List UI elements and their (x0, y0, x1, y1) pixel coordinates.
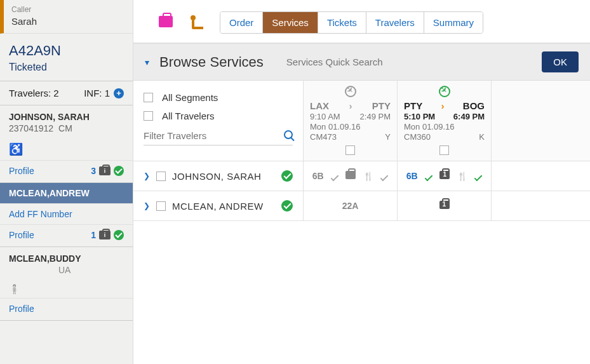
seat-label: 6B (406, 171, 418, 181)
caller-box: Caller Sarah (0, 0, 133, 34)
traveler-row-name: MCLEAN, ANDREW (172, 201, 264, 212)
plane-icon (404, 86, 485, 99)
check-icon (474, 172, 482, 181)
infant-count: INF: 1 (84, 88, 110, 98)
tab-summary[interactable]: Summary (424, 12, 483, 33)
check-icon (380, 172, 388, 181)
tab-services[interactable]: Services (263, 12, 318, 33)
all-travelers-label: All Travelers (162, 111, 215, 121)
pnr-code: A42A9N (9, 43, 124, 59)
browse-bar: ▾ Browse Services OK (133, 43, 590, 81)
all-travelers-checkbox[interactable] (144, 111, 153, 121)
bag-icon: i (99, 166, 111, 175)
bag-icon (345, 171, 356, 181)
bag-count: 1 (91, 230, 96, 240)
check-icon (331, 172, 339, 181)
meal-icon (363, 171, 373, 181)
sidebar-traveler: JOHNSON, SARAH 237041912 CM Profile 3 i (0, 105, 133, 183)
bag-icon (439, 201, 450, 211)
filters-column: All Segments All Travelers (133, 81, 304, 161)
seg-date: Mon 01.09.16 (310, 122, 391, 131)
seg-arr: 6:49 PM (453, 112, 485, 121)
seg-dep: 5:10 PM (404, 112, 435, 121)
tab-order[interactable]: Order (220, 12, 263, 33)
seat-icon[interactable] (191, 15, 202, 30)
bag-count: 3 (91, 166, 96, 176)
seg-from: PTY (404, 100, 422, 111)
status-ok-icon (114, 230, 124, 240)
segment-checkbox[interactable] (345, 145, 355, 155)
infant-icon (0, 280, 133, 298)
status-ok-icon (281, 200, 293, 212)
topbar: Order Services Tickets Travelers Summary (133, 0, 590, 43)
seg-arr: 2:49 PM (360, 112, 391, 121)
segment-header: LAX › PTY 9:10 AM 2:49 PM Mon 01.09.16 C… (304, 81, 398, 161)
status-ok-icon (114, 166, 124, 176)
status-ok-icon (281, 170, 293, 182)
tab-tickets[interactable]: Tickets (318, 12, 366, 33)
segment-cell: 6B (304, 161, 398, 191)
caller-name: Sarah (11, 16, 125, 27)
traveler-name-active[interactable]: MCLEAN,ANDREW (0, 183, 133, 203)
segment-cell: 6B (398, 161, 492, 191)
traveler-name[interactable]: JOHNSON, SARAH (0, 105, 133, 123)
traveler-ff-number: 237041912 (9, 123, 53, 133)
seg-from: LAX (310, 100, 329, 111)
traveler-row: ❯ JOHNSON, SARAH 6B 6B (133, 161, 590, 191)
seg-flight: CM360 (404, 132, 431, 142)
ok-button[interactable]: OK (542, 51, 579, 72)
baggage-icon[interactable] (159, 16, 173, 29)
seg-flight: CM473 (310, 132, 337, 142)
travelers-count-row: Travelers: 2 INF: 1 + (0, 81, 133, 105)
main-panel: Order Services Tickets Travelers Summary… (133, 0, 590, 364)
services-grid-header: All Segments All Travelers LAX › PTY (133, 81, 590, 161)
seg-to: PTY (372, 100, 391, 111)
collapse-toggle-icon[interactable]: ▾ (145, 57, 149, 67)
pnr-box: A42A9N Ticketed (0, 34, 133, 81)
segment-cell: 22A (304, 191, 398, 220)
traveler-checkbox[interactable] (156, 172, 166, 181)
seat-label: 22A (342, 201, 359, 211)
arrow-icon: › (441, 100, 445, 111)
tabs: Order Services Tickets Travelers Summary (220, 11, 483, 34)
profile-link[interactable]: Profile (9, 230, 34, 240)
segment-cell (398, 191, 492, 220)
pnr-status: Ticketed (9, 62, 124, 73)
traveler-row: ❯ MCLEAN, ANDREW 22A (133, 191, 590, 221)
services-quick-search[interactable] (274, 57, 532, 67)
profile-link[interactable]: Profile (9, 166, 34, 176)
bag-icon (439, 171, 450, 181)
wheelchair-icon (0, 138, 133, 160)
tab-travelers[interactable]: Travelers (366, 12, 424, 33)
expand-row-icon[interactable]: ❯ (144, 201, 150, 210)
seg-date: Mon 01.09.16 (404, 122, 485, 131)
plane-icon (310, 86, 391, 99)
traveler-carrier: UA (9, 265, 70, 275)
seg-class: K (479, 132, 485, 142)
seg-to: BOG (463, 100, 485, 111)
segment-checkbox[interactable] (439, 145, 449, 155)
all-segments-checkbox[interactable] (144, 93, 153, 102)
segment-header: PTY › BOG 5:10 PM 6:49 PM Mon 01.09.16 C… (398, 81, 492, 161)
meal-icon (457, 171, 467, 181)
seat-label: 6B (312, 171, 324, 181)
traveler-row-name: JOHNSON, SARAH (172, 171, 261, 182)
add-ff-link[interactable]: Add FF Number (0, 203, 133, 224)
caller-label: Caller (11, 5, 125, 14)
traveler-checkbox[interactable] (156, 201, 166, 211)
check-icon (425, 172, 432, 181)
add-infant-button[interactable]: + (114, 88, 124, 98)
travelers-count: Travelers: 2 (9, 88, 59, 98)
filter-travelers-input[interactable] (144, 130, 276, 141)
sidebar-traveler: MCLEAN,ANDREW Add FF Number Profile 1 i (0, 183, 133, 247)
traveler-name[interactable]: MCLEAN,BUDDY (0, 247, 133, 265)
arrow-icon: › (349, 100, 352, 111)
seg-class: Y (385, 132, 391, 142)
browse-title: Browse Services (159, 54, 264, 71)
profile-link[interactable]: Profile (9, 304, 34, 314)
all-segments-label: All Segments (162, 92, 218, 103)
seg-dep: 9:10 AM (310, 112, 340, 121)
bag-icon: i (99, 231, 111, 239)
search-icon[interactable] (284, 129, 293, 142)
expand-row-icon[interactable]: ❯ (144, 172, 150, 180)
